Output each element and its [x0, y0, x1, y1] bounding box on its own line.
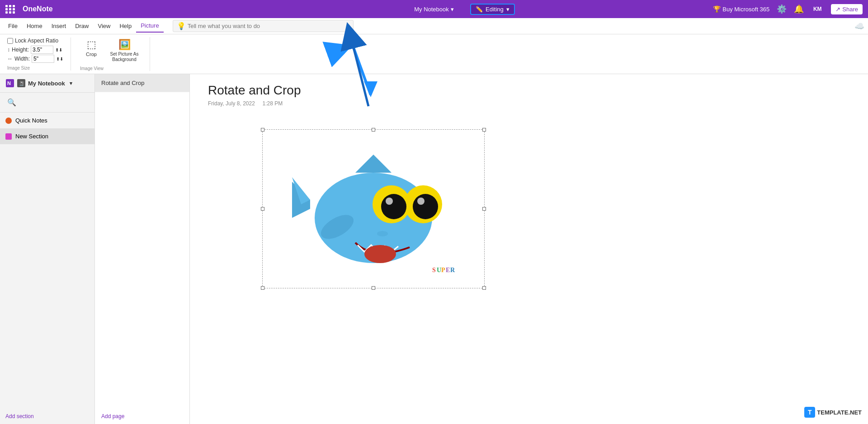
shark-image: S U P E R [263, 130, 484, 288]
svg-text:P: P [441, 267, 445, 273]
width-arrow-icon: ↔ [7, 56, 13, 62]
notebook-title[interactable]: My Notebook ▾ [414, 6, 454, 13]
notebook-chevron-icon: ▾ [451, 6, 454, 13]
share-label: Share [842, 6, 858, 13]
notebook-chevron-icon: ▾ [70, 80, 72, 86]
svg-marker-7 [355, 155, 392, 173]
notebook-title-text: My Notebook [414, 6, 449, 13]
ribbon-size-controls: Lock Aspect Ratio ↕ Height: ⬆⬇ ↔ Width: … [7, 38, 63, 64]
pencil-icon: ✏️ [476, 6, 483, 13]
notebook-header[interactable]: N 📓 My Notebook ▾ [0, 74, 94, 93]
app-name: OneNote [23, 5, 53, 13]
width-row: ↔ Width: ⬆⬇ [7, 55, 63, 63]
add-page-label: Add page [101, 413, 124, 419]
share-button[interactable]: ↗ Share [831, 4, 863, 14]
apps-grid-icon[interactable] [5, 5, 15, 14]
menu-picture[interactable]: Picture [136, 19, 163, 33]
quick-notes-dot [5, 118, 12, 124]
height-spinner-icon[interactable]: ⬆⬇ [55, 47, 62, 52]
magnify-icon: 🔍 [7, 98, 16, 107]
image-container[interactable]: S U P E R [262, 129, 485, 288]
menu-bar: File Home Insert Draw View Help Picture … [0, 18, 868, 34]
svg-point-11 [381, 194, 406, 219]
template-icon: T [804, 407, 815, 418]
width-input[interactable] [32, 55, 54, 63]
lock-aspect-ratio-label: Lock Aspect Ratio [15, 38, 58, 44]
width-spinner-icon[interactable]: ⬆⬇ [56, 57, 63, 61]
search-section: 🔍 [0, 93, 94, 113]
page-title: Rotate and Crop [208, 83, 850, 98]
height-row: ↕ Height: ⬆⬇ [7, 46, 63, 54]
add-page-button[interactable]: Add page [95, 409, 189, 424]
set-picture-icon: 🖼️ [118, 39, 131, 51]
height-input[interactable] [31, 46, 53, 54]
svg-text:R: R [450, 267, 455, 273]
sections-panel: N 📓 My Notebook ▾ 🔍 Quick Notes New Sect… [0, 74, 95, 424]
page-item-rotate-and-crop[interactable]: Rotate and Crop [95, 74, 189, 92]
quick-notes-label: Quick Notes [15, 117, 47, 124]
menu-draw[interactable]: Draw [71, 20, 93, 32]
svg-text:U: U [437, 267, 441, 273]
height-arrow-icon: ↕ [7, 47, 10, 53]
menu-insert[interactable]: Insert [47, 20, 71, 32]
microsoft-icon: 🏆 [713, 5, 721, 13]
editing-chevron-icon: ▾ [506, 6, 509, 13]
width-label: Width: [14, 56, 30, 62]
settings-icon[interactable]: ⚙️ [777, 4, 787, 14]
image-view-label: Image View [80, 66, 104, 71]
lock-aspect-ratio-checkbox[interactable] [7, 38, 13, 44]
add-section-label: Add section [5, 413, 34, 419]
page-item-label: Rotate and Crop [101, 80, 144, 86]
svg-point-13 [386, 198, 393, 205]
template-brand: T TEMPLATE.NET [804, 407, 862, 418]
title-bar-right: 🏆 Buy Microsoft 365 ⚙️ 🔔 KM ↗ Share [713, 3, 863, 15]
search-input[interactable] [188, 23, 349, 29]
cloud-icon[interactable]: ☁️ [854, 21, 864, 31]
content-area: Rotate and Crop Friday, July 8, 2022 1:2… [190, 74, 868, 424]
sidebar-item-new-section[interactable]: New Section [0, 128, 94, 144]
crop-button[interactable]: ⬚ Crop [80, 37, 103, 59]
new-section-dot [5, 133, 12, 140]
add-section-button[interactable]: Add section [0, 409, 94, 424]
page-date: Friday, July 8, 2022 [208, 100, 255, 107]
new-section-label: New Section [15, 133, 48, 140]
template-icon-letter: T [808, 409, 812, 416]
ribbon-image-size-group: Lock Aspect Ratio ↕ Height: ⬆⬇ ↔ Width: … [7, 38, 71, 71]
lock-aspect-ratio-row: Lock Aspect Ratio [7, 38, 63, 44]
image-size-label: Image Size [7, 66, 30, 71]
svg-point-16 [377, 231, 388, 236]
svg-point-15 [364, 245, 396, 263]
set-picture-background-button[interactable]: 🖼️ Set Picture As Background [106, 37, 142, 64]
menu-home[interactable]: Home [22, 20, 47, 32]
share-icon: ↗ [835, 6, 840, 13]
menu-file[interactable]: File [4, 20, 22, 32]
onenote-logo-icon: N [5, 79, 14, 88]
buy-microsoft-label: Buy Microsoft 365 [722, 6, 769, 13]
menu-view[interactable]: View [94, 20, 115, 32]
search-bar[interactable]: 💡 [173, 20, 354, 32]
search-bulb-icon: 💡 [177, 22, 186, 30]
menu-help[interactable]: Help [115, 20, 136, 32]
sidebar-item-quick-notes[interactable]: Quick Notes [0, 113, 94, 128]
height-label: Height: [12, 47, 29, 53]
selection-box: S U P E R [262, 129, 485, 288]
template-brand-label: TEMPLATE.NET [817, 409, 862, 416]
ribbon: Lock Aspect Ratio ↕ Height: ⬆⬇ ↔ Width: … [0, 34, 868, 74]
editing-button[interactable]: ✏️ Editing ▾ [470, 4, 515, 15]
crop-label: Crop [86, 52, 97, 57]
svg-point-12 [413, 194, 438, 219]
sidebar-search-button[interactable]: 🔍 [5, 96, 90, 108]
svg-text:E: E [446, 267, 450, 273]
user-avatar[interactable]: KM [811, 3, 824, 15]
ribbon-image-view-group: ⬚ Crop 🖼️ Set Picture As Background Imag… [80, 37, 150, 71]
svg-point-14 [417, 198, 425, 205]
page-meta: Friday, July 8, 2022 1:28 PM [208, 100, 850, 107]
notebook-book-icon: 📓 [17, 79, 25, 87]
editing-label: Editing [486, 6, 504, 13]
title-bar: OneNote My Notebook ▾ ✏️ Editing ▾ 🏆 Buy… [0, 0, 868, 18]
set-picture-label: Set Picture As Background [110, 52, 139, 62]
bell-icon[interactable]: 🔔 [794, 4, 804, 14]
buy-microsoft-button[interactable]: 🏆 Buy Microsoft 365 [713, 5, 769, 13]
svg-text:N: N [7, 80, 11, 86]
main-layout: N 📓 My Notebook ▾ 🔍 Quick Notes New Sect… [0, 74, 868, 424]
